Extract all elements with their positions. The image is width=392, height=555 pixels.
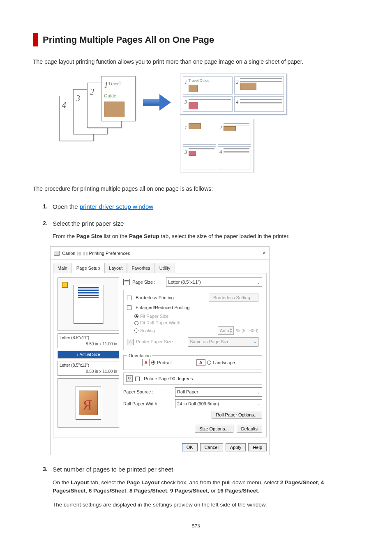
fit-roll-radio[interactable]: Fit Roll Paper Width (140, 319, 180, 326)
tab-favorites[interactable]: Favorites (127, 263, 154, 273)
printer-icon (54, 251, 60, 256)
rotate-label: Rotate Page 90 degrees (144, 375, 193, 382)
dialog-title: Canon ▮▮ ▮▮ Printing Preferences (62, 250, 130, 257)
dialog-preview-column: Letter (8.5"x11") :8.50 in x 11.00 in ↓ … (58, 278, 119, 433)
step-2: 2. Select the print paper size (43, 219, 359, 229)
step-3-detail-1: On the Layout tab, select the Page Layou… (53, 479, 359, 495)
rotate-checkbox[interactable] (135, 377, 140, 381)
step-1: 1. Open the printer driver setup window (43, 202, 359, 212)
roll-width-combo[interactable]: 24 in Roll (609.6mm)⌄ (175, 399, 262, 409)
printer-paper-combo[interactable]: Same as Page Size⌄ (188, 337, 258, 347)
scaling-spinner[interactable]: Auto ▴▾ (218, 326, 234, 335)
dialog-tabs: Main Page Setup Layout Favorites Utility (51, 260, 269, 273)
tab-page-setup[interactable]: Page Setup (72, 263, 105, 273)
borderless-checkbox[interactable] (127, 296, 131, 300)
dialog-button-row: OK Cancel Apply Help (51, 440, 269, 455)
page-title-block: Printing Multiple Pages All on One Page (33, 33, 359, 46)
output-preview: R (58, 378, 119, 428)
step-title: Select the print paper size (53, 220, 124, 227)
enlarged-label: Enlarged/Reduced Printing (136, 304, 189, 311)
page-number: 573 (33, 522, 359, 530)
step-title: Open the printer driver setup window (53, 203, 153, 210)
concept-illustration: 4 3 2 1Travel Guide 1Travel Guide 2 3 4 … (48, 74, 359, 172)
roll-width-label: Roll Paper Width : (123, 400, 173, 407)
printer-paper-icon: A (127, 339, 134, 345)
portrait-icon: A (142, 359, 150, 366)
intro-text: The page layout printing function allows… (33, 58, 359, 66)
borderless-label: Borderless Printing (136, 294, 174, 301)
step-3: 3. Set number of pages to be printed per… (43, 465, 359, 474)
ok-button[interactable]: OK (182, 443, 198, 451)
step-number: 3. (43, 465, 53, 474)
actual-size-indicator: ↓ Actual Size (58, 351, 119, 358)
portrait-radio[interactable]: Portrait (157, 359, 171, 366)
scaling-range: % (5 - 600) (236, 327, 258, 334)
rotate-icon: ↻ (126, 375, 133, 382)
size-options-button[interactable]: Size Options... (195, 425, 233, 433)
chevron-down-icon: ⌄ (257, 389, 260, 395)
tab-main[interactable]: Main (53, 263, 72, 273)
page-stack: 4 3 2 1Travel Guide (48, 74, 135, 139)
landscape-icon: A (196, 359, 205, 366)
paper-source-label: Paper Source : (123, 388, 173, 395)
title-divider (33, 50, 359, 50)
procedure-intro: The procedure for printing multiple page… (33, 185, 359, 193)
printer-paper-label: Printer Paper Size : (136, 338, 185, 345)
defaults-button[interactable]: Defaults (237, 425, 262, 433)
chevron-down-icon: ⌄ (253, 339, 256, 345)
dialog-titlebar: Canon ▮▮ ▮▮ Printing Preferences × (51, 247, 269, 260)
orientation-group: Orientation APortrait ALandscape (123, 355, 262, 370)
paper-label-1: Letter (8.5"x11") :8.50 in x 11.00 in (58, 333, 119, 348)
dialog-body: Letter (8.5"x11") :8.50 in x 11.00 in ↓ … (53, 273, 267, 438)
fit-paper-radio[interactable]: Fit Paper Size (140, 313, 168, 320)
enlarged-checkbox[interactable] (127, 305, 131, 310)
tab-layout[interactable]: Layout (104, 263, 127, 273)
scaling-radio[interactable]: Scaling (140, 327, 155, 334)
borderless-setting-button[interactable]: Borderless Setting... (209, 294, 258, 302)
output-examples: 1Travel Guide 2 3 4 1 2 3 4 (180, 74, 287, 172)
page-title: Printing Multiple Pages All on One Page (43, 33, 359, 46)
page-size-label: Page Size : (132, 279, 155, 286)
step-3-detail-2: The current settings are displayed in th… (53, 501, 359, 509)
step-number: 1. (43, 202, 53, 212)
arrow-icon (143, 94, 172, 111)
paper-label-2: Letter (8.5"x11") :8.50 in x 11.00 in (58, 361, 119, 376)
chevron-down-icon: ⌄ (257, 279, 260, 285)
tab-utility[interactable]: Utility (155, 263, 175, 273)
page-preview (58, 278, 119, 331)
cancel-button[interactable]: Cancel (200, 443, 223, 451)
printer-driver-setup-link[interactable]: printer driver setup window (80, 203, 153, 210)
roll-paper-options-button[interactable]: Roll Paper Options... (212, 411, 263, 419)
page-icon (123, 279, 130, 285)
page-size-combo[interactable]: Letter (8.5"x11")⌄ (166, 278, 262, 287)
chevron-down-icon: ⌄ (257, 401, 260, 407)
close-button[interactable]: × (263, 249, 266, 257)
step-number: 2. (43, 219, 53, 229)
step-title: Set number of pages to be printed per sh… (53, 466, 173, 473)
paper-source-combo[interactable]: Roll Paper⌄ (175, 387, 262, 397)
landscape-radio[interactable]: Landscape (213, 359, 235, 366)
help-button[interactable]: Help (248, 443, 267, 451)
printing-preferences-dialog: Canon ▮▮ ▮▮ Printing Preferences × Main … (50, 246, 270, 455)
step-2-detail: From the Page Size list on the Page Setu… (53, 232, 359, 240)
dialog-fields: Page Size : Letter (8.5"x11")⌄ Borderles… (123, 278, 262, 433)
apply-button[interactable]: Apply (226, 443, 246, 451)
